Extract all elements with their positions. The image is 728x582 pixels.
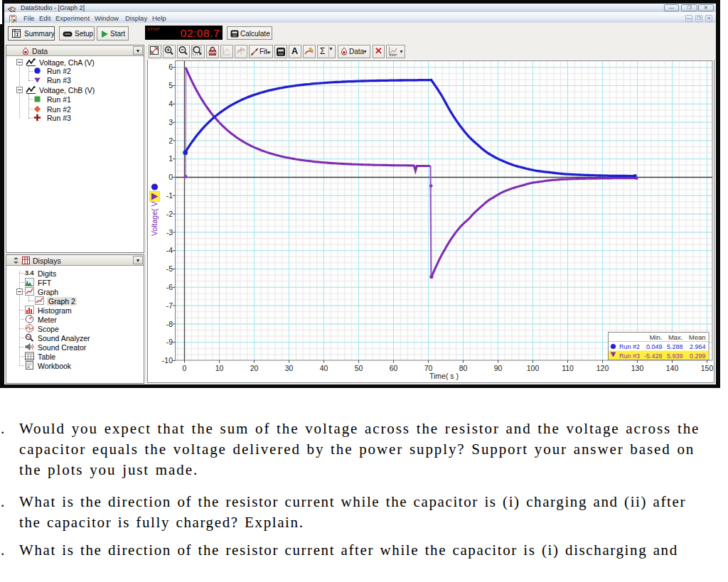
svg-text:Min.: Min.: [650, 333, 663, 341]
svg-text:5.939: 5.939: [667, 352, 683, 360]
svg-text:0: 0: [183, 364, 187, 372]
svg-text:-7: -7: [166, 301, 173, 310]
svg-text:150: 150: [701, 364, 714, 372]
svg-text:-10: -10: [162, 356, 173, 365]
svg-text:-2: -2: [166, 210, 173, 218]
svg-text:Voltage( V ): Voltage( V ): [150, 197, 159, 236]
svg-text:-8: -8: [166, 320, 173, 328]
svg-text:2.964: 2.964: [690, 343, 706, 350]
svg-text:40: 40: [320, 364, 328, 372]
svg-text:130: 130: [631, 364, 644, 372]
svg-text:1: 1: [168, 154, 173, 163]
svg-text:Mean: Mean: [689, 333, 706, 341]
svg-text:6: 6: [168, 63, 173, 71]
svg-text:3.4: 3.4: [25, 269, 34, 276]
svg-text:50: 50: [355, 364, 363, 372]
svg-text:10: 10: [215, 364, 224, 372]
svg-text:90: 90: [494, 364, 503, 372]
svg-text:5: 5: [168, 81, 173, 90]
svg-text:0.049: 0.049: [646, 343, 663, 350]
svg-text:5.288: 5.288: [667, 343, 683, 350]
svg-text:-6: -6: [166, 283, 173, 291]
svg-text:-5: -5: [166, 264, 173, 273]
svg-text:Time( s ): Time( s ): [429, 372, 459, 380]
svg-text:0: 0: [168, 173, 173, 181]
svg-text:-3: -3: [166, 228, 173, 237]
svg-text:20: 20: [250, 364, 259, 372]
svg-text:-5.428: -5.428: [644, 352, 663, 360]
svg-text:Run #2: Run #2: [619, 343, 640, 350]
svg-text:2: 2: [168, 136, 173, 145]
svg-text:4: 4: [168, 99, 173, 108]
svg-text:Run #3: Run #3: [619, 352, 640, 360]
svg-text:110: 110: [562, 364, 574, 372]
svg-text:-9: -9: [166, 338, 173, 346]
svg-text:80: 80: [459, 364, 468, 372]
svg-text:120: 120: [596, 364, 609, 372]
svg-text:-1: -1: [166, 191, 173, 200]
svg-text:100: 100: [527, 364, 540, 372]
svg-text:-4: -4: [166, 246, 173, 254]
svg-text:3: 3: [168, 118, 173, 126]
svg-text:60: 60: [390, 364, 398, 372]
svg-text:Max.: Max.: [668, 333, 683, 341]
svg-text:30: 30: [285, 364, 294, 372]
svg-text:140: 140: [666, 364, 679, 372]
svg-text:0.299: 0.299: [690, 352, 706, 360]
